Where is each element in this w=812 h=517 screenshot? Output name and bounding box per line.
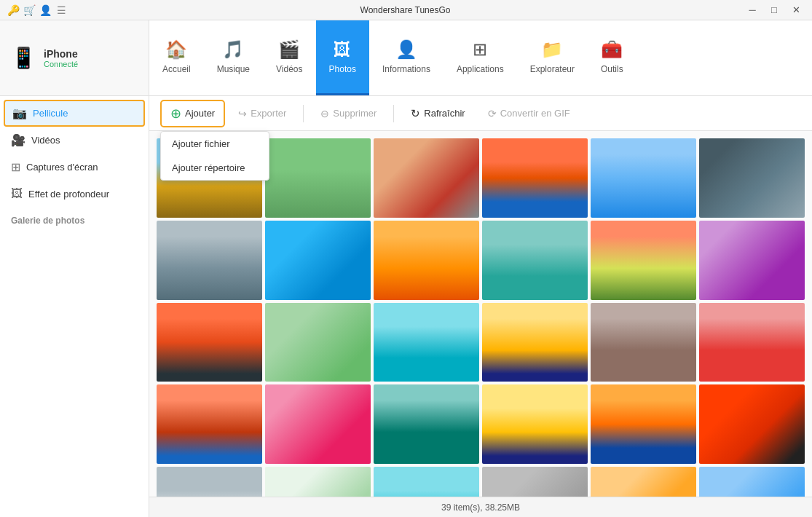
convertir-label: Convertir en GIF: [500, 108, 570, 119]
applications-icon: ⊞: [473, 39, 487, 60]
rafraichir-button[interactable]: ↻ Rafraîchir: [401, 102, 474, 125]
menu-icon[interactable]: ☰: [54, 3, 68, 17]
photo-thumb-9[interactable]: [374, 221, 479, 300]
photo-thumb-7[interactable]: [157, 221, 262, 300]
sidebar-item-pellicule[interactable]: 📷 Pellicule: [4, 100, 145, 127]
photo-thumb-25[interactable]: [157, 467, 262, 497]
photo-thumb-27[interactable]: [374, 467, 479, 497]
window-controls-right: ─ □ ✕: [742, 0, 806, 20]
musique-icon: 🎵: [222, 39, 244, 60]
device-text: iPhone Connecté: [44, 48, 78, 68]
exporter-label: Exporter: [251, 108, 286, 119]
photo-thumb-19[interactable]: [157, 384, 262, 464]
photo-thumb-3[interactable]: [374, 138, 479, 218]
nav-explorateur-label: Explorateur: [530, 64, 575, 74]
photo-thumb-4[interactable]: [482, 138, 588, 218]
ajouter-button[interactable]: ⊕ Ajouter: [160, 100, 225, 127]
photo-thumb-28[interactable]: [482, 467, 588, 497]
photo-grid: [157, 138, 805, 497]
maximize-button[interactable]: □: [764, 0, 784, 20]
sidebar-item-videos[interactable]: 🎥 Vidéos: [0, 127, 149, 154]
photo-thumb-22[interactable]: [482, 384, 588, 464]
sidebar-item-profondeur[interactable]: 🖼 Effet de profondeur: [0, 181, 149, 207]
photo-thumb-15[interactable]: [374, 303, 479, 382]
photo-thumb-6[interactable]: [699, 138, 805, 218]
photo-grid-container[interactable]: 35: [149, 131, 812, 497]
nav-musique[interactable]: 🎵 Musique: [204, 20, 263, 95]
sidebar-videos-icon: 🎥: [11, 133, 25, 147]
sidebar-section-title: Galerie de photos: [0, 207, 149, 230]
nav-outils[interactable]: 🧰 Outils: [588, 20, 636, 95]
photo-thumb-24[interactable]: [699, 384, 805, 464]
photo-thumb-11[interactable]: [591, 221, 696, 300]
nav-informations[interactable]: 👤 Informations: [369, 20, 444, 95]
dropdown-ajouter-fichier[interactable]: Ajouter fichier: [161, 132, 269, 156]
photo-thumb-26[interactable]: [265, 467, 371, 497]
captures-icon: ⊞: [11, 160, 20, 174]
informations-icon: 👤: [395, 39, 417, 60]
photo-thumb-29[interactable]: [591, 467, 696, 497]
photo-thumb-21[interactable]: [374, 384, 479, 464]
nav-photos[interactable]: 🖼 Photos: [316, 20, 369, 95]
sidebar-item-captures[interactable]: ⊞ Captures d'écran: [0, 154, 149, 181]
nav-accueil[interactable]: 🏠 Accueil: [149, 20, 204, 95]
exporter-button[interactable]: ↪ Exporter: [229, 103, 296, 125]
sidebar-captures-label: Captures d'écran: [26, 162, 98, 173]
nav-informations-label: Informations: [382, 64, 430, 74]
photo-thumb-20[interactable]: [265, 384, 371, 464]
photo-thumb-30[interactable]: [699, 467, 805, 497]
refresh-icon: ↻: [411, 107, 420, 120]
top-nav: 📱 iPhone Connecté 🏠 Accueil 🎵 Musique 🎬 …: [0, 20, 812, 96]
supprimer-label: Supprimer: [333, 108, 377, 119]
photo-thumb-8[interactable]: [265, 221, 371, 300]
export-icon: ↪: [238, 108, 247, 119]
photo-thumb-10[interactable]: [482, 221, 588, 300]
dropdown-ajouter-repertoire[interactable]: Ajouter répertoire: [161, 156, 269, 180]
content-area: ⊕ Ajouter ↪ Exporter ⊖ Supprimer ↻ Rafra…: [149, 96, 812, 517]
accueil-icon: 🏠: [165, 39, 187, 60]
videos-icon: 🎬: [278, 39, 300, 60]
supprimer-button[interactable]: ⊖ Supprimer: [311, 103, 386, 125]
nav-accueil-label: Accueil: [162, 64, 191, 74]
photo-thumb-13[interactable]: [157, 303, 262, 382]
user-icon[interactable]: 👤: [38, 3, 52, 17]
sidebar-pellicule-label: Pellicule: [33, 108, 68, 119]
nav-applications[interactable]: ⊞ Applications: [444, 20, 517, 95]
photo-thumb-12[interactable]: [699, 221, 805, 300]
separator-1: [303, 105, 304, 122]
close-button[interactable]: ✕: [786, 0, 806, 20]
status-text: 39 item(s), 38.25MB: [441, 502, 520, 513]
separator-2: [393, 105, 394, 122]
device-name: iPhone: [44, 48, 78, 60]
nav-outils-label: Outils: [601, 64, 623, 74]
cart-icon[interactable]: 🛒: [22, 3, 36, 17]
photo-thumb-23[interactable]: [591, 384, 696, 464]
device-icon: 📱: [11, 46, 36, 70]
window-controls-left: 🔑 🛒 👤 ☰: [6, 3, 68, 17]
photo-thumb-14[interactable]: [265, 303, 371, 382]
photo-thumb-16[interactable]: [482, 303, 588, 382]
key-icon[interactable]: 🔑: [6, 3, 20, 17]
photo-thumb-5[interactable]: [591, 138, 696, 218]
delete-icon: ⊖: [320, 108, 329, 119]
convertir-button[interactable]: ⟳ Convertir en GIF: [478, 103, 580, 125]
minimize-button[interactable]: ─: [742, 0, 762, 20]
pellicule-icon: 📷: [12, 106, 27, 120]
nav-explorateur[interactable]: 📁 Explorateur: [517, 20, 588, 95]
photo-thumb-2[interactable]: [265, 138, 371, 218]
photos-icon: 🖼: [334, 39, 351, 60]
photo-thumb-17[interactable]: [591, 303, 696, 382]
ajouter-label: Ajouter: [185, 108, 215, 119]
profondeur-icon: 🖼: [11, 187, 23, 200]
sidebar-profondeur-label: Effet de profondeur: [28, 189, 109, 200]
nav-photos-label: Photos: [329, 64, 356, 74]
photo-thumb-18[interactable]: [699, 303, 805, 382]
explorateur-icon: 📁: [541, 39, 563, 60]
device-status: Connecté: [44, 60, 78, 68]
title-bar: 🔑 🛒 👤 ☰ Wondershare TunesGo ─ □ ✕: [0, 0, 812, 20]
status-bar: 39 item(s), 38.25MB: [149, 497, 812, 517]
dropdown-menu: Ajouter fichier Ajouter répertoire: [160, 131, 269, 181]
add-circle-icon: ⊕: [170, 106, 181, 122]
rafraichir-label: Rafraîchir: [424, 108, 465, 119]
nav-videos[interactable]: 🎬 Vidéos: [263, 20, 315, 95]
